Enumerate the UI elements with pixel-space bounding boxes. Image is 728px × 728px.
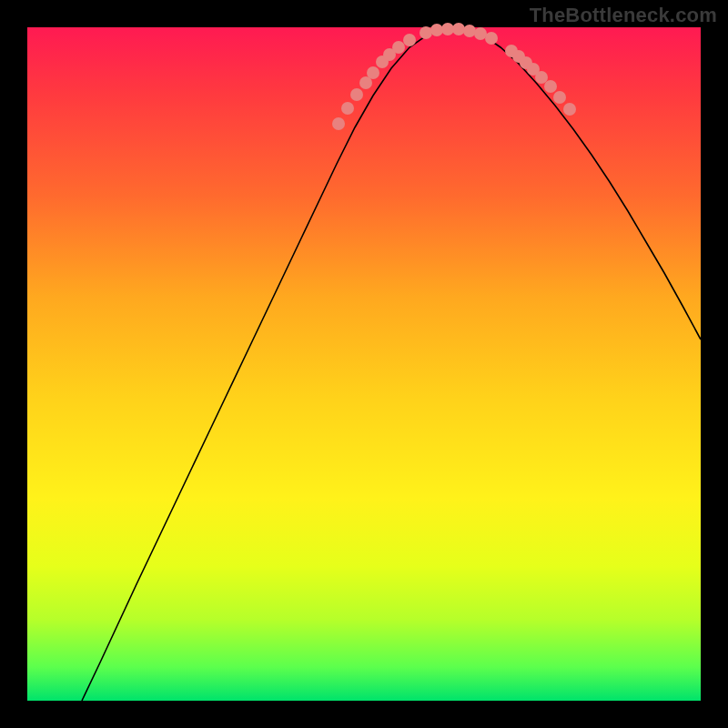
marker-dot [563,103,576,116]
marker-dot [430,24,443,36]
marker-dot [441,23,454,35]
marker-dot [392,41,405,54]
marker-dot [420,26,432,39]
bottleneck-curve [82,29,701,701]
marker-dot [332,117,345,130]
marker-dot [463,25,476,37]
marker-dots [332,23,576,130]
marker-dot [350,88,363,101]
marker-dot [474,27,487,40]
marker-dot [535,71,548,84]
marker-dot [553,91,566,104]
curve-svg [27,27,701,701]
marker-dot [341,102,354,115]
chart-frame: TheBottleneck.com [0,0,728,728]
plot-area [27,27,701,701]
marker-dot [403,34,416,46]
marker-dot [367,66,379,79]
marker-dot [544,80,557,93]
marker-dot [452,23,465,35]
marker-dot [485,32,498,45]
watermark-text: TheBottleneck.com [530,4,717,27]
